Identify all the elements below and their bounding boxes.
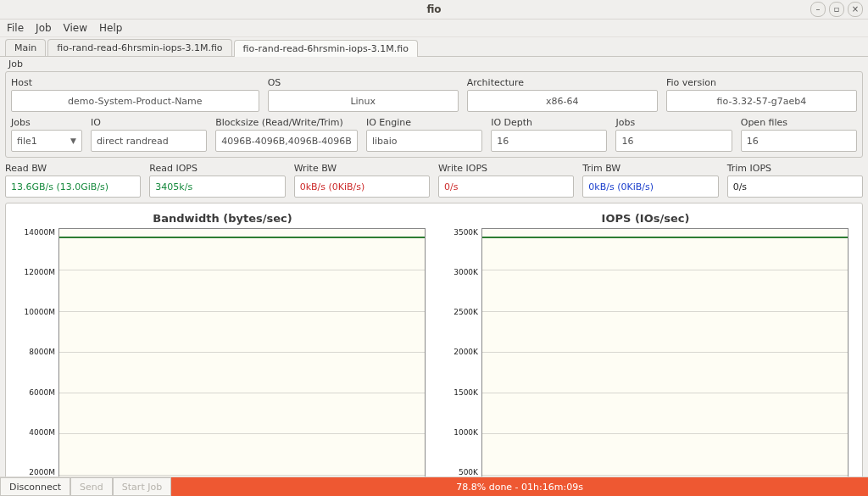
menu-help[interactable]: Help: [99, 22, 122, 34]
iodepth-label: IO Depth: [491, 117, 607, 128]
tab-main[interactable]: Main: [5, 39, 46, 56]
blocksize-label: Blocksize (Read/Write/Trim): [215, 117, 358, 128]
iops-yaxis: 3500K 3000K 2500K 2000K 1500K 1000K 500K…: [442, 228, 481, 496]
iops-plot-area: [481, 228, 849, 496]
minimize-button[interactable]: –: [810, 2, 826, 17]
read-iops-value: 3405k/s: [149, 176, 285, 198]
tab-job-2[interactable]: fio-rand-read-6hrsmin-iops-3.1M.fio: [234, 40, 418, 57]
job-info-fieldset: Host demo-System-Product-Name OS Linux A…: [5, 71, 863, 158]
ioengine-label: IO Engine: [366, 117, 482, 128]
jobs-selector-value: file1: [17, 136, 37, 147]
bandwidth-chart: Bandwidth (bytes/sec) 14000M 12000M 1000…: [19, 212, 426, 496]
iodepth-value: 16: [491, 130, 607, 152]
bandwidth-yaxis: 14000M 12000M 10000M 8000M 6000M 4000M 2…: [19, 228, 58, 496]
iops-chart: IOPS (IOs/sec) 3500K 3000K 2500K 2000K 1…: [442, 212, 849, 496]
blocksize-value: 4096B-4096B,4096B-4096B: [215, 130, 358, 152]
os-value: Linux: [268, 90, 459, 112]
chevron-down-icon: ▼: [70, 137, 76, 145]
host-value: demo-System-Product-Name: [11, 90, 259, 112]
window-title: fio: [426, 3, 441, 15]
disconnect-button[interactable]: Disconnect: [0, 477, 70, 496]
io-value: direct randread: [91, 130, 207, 152]
progress-text: 78.8% done - 01h:16m:09s: [456, 482, 583, 493]
footer: Disconnect Send Start Job 78.8% done - 0…: [0, 476, 868, 496]
arch-label: Architecture: [467, 77, 658, 88]
bandwidth-plot-area: [58, 228, 426, 496]
write-bw-value: 0kB/s (0KiB/s): [294, 176, 430, 198]
close-button[interactable]: ×: [848, 2, 863, 17]
arch-value: x86-64: [467, 90, 658, 112]
bandwidth-series-read: [59, 237, 425, 238]
write-iops-value: 0/s: [438, 176, 574, 198]
trim-bw-label: Trim BW: [582, 163, 718, 174]
host-label: Host: [11, 77, 259, 88]
openfiles-label: Open files: [741, 117, 857, 128]
io-label: IO: [91, 117, 207, 128]
stats-row: Read BW 13.6GB/s (13.0GiB/s) Read IOPS 3…: [5, 161, 863, 201]
write-bw-label: Write BW: [294, 163, 430, 174]
job-section-label: Job: [5, 57, 863, 70]
read-iops-label: Read IOPS: [149, 163, 285, 174]
bandwidth-chart-title: Bandwidth (bytes/sec): [153, 212, 292, 225]
maximize-button[interactable]: ▫: [829, 2, 844, 17]
jobs-selector[interactable]: file1 ▼: [11, 130, 82, 152]
menu-job[interactable]: Job: [36, 22, 52, 34]
iops-series-read: [482, 237, 848, 238]
numjobs-value: 16: [615, 130, 732, 152]
write-iops-label: Write IOPS: [438, 163, 574, 174]
trim-iops-label: Trim IOPS: [727, 163, 863, 174]
read-bw-value: 13.6GB/s (13.0GiB/s): [5, 176, 141, 198]
read-bw-label: Read BW: [5, 163, 141, 174]
openfiles-value: 16: [741, 130, 857, 152]
menu-file[interactable]: File: [7, 22, 24, 34]
menu-view[interactable]: View: [64, 22, 87, 34]
menubar: File Job View Help: [0, 20, 868, 37]
iops-chart-title: IOPS (IOs/sec): [602, 212, 690, 225]
tabstrip: Main fio-rand-read-6hrsmin-iops-3.1M.fio…: [0, 37, 868, 57]
fio-version-label: Fio version: [666, 77, 857, 88]
fio-version-value: fio-3.32-57-g7aeb4: [666, 90, 857, 112]
tab-job-1[interactable]: fio-rand-read-6hrsmin-iops-3.1M.fio: [47, 39, 231, 56]
send-button[interactable]: Send: [70, 477, 113, 496]
ioengine-value: libaio: [366, 130, 482, 152]
numjobs-label: Jobs: [615, 117, 732, 128]
jobs-selector-label: Jobs: [11, 117, 82, 128]
trim-bw-value: 0kB/s (0KiB/s): [582, 176, 718, 198]
start-job-button[interactable]: Start Job: [113, 477, 171, 496]
progress-bar: 78.8% done - 01h:16m:09s: [171, 477, 868, 496]
trim-iops-value: 0/s: [727, 176, 863, 198]
titlebar: fio – ▫ ×: [0, 0, 868, 20]
charts-panel: Bandwidth (bytes/sec) 14000M 12000M 1000…: [5, 203, 863, 496]
os-label: OS: [268, 77, 459, 88]
